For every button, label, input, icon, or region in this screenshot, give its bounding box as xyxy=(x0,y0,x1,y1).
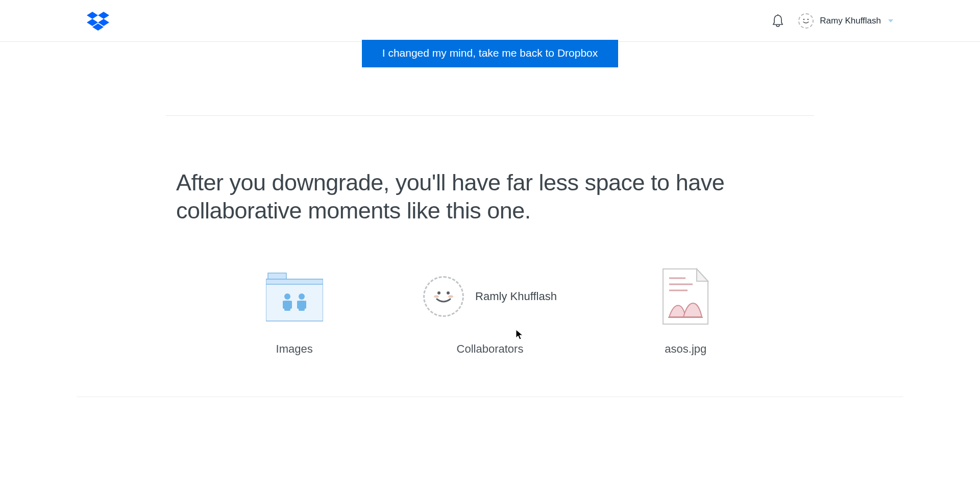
downgrade-headline: After you downgrade, you'll have far les… xyxy=(176,169,804,225)
svg-point-6 xyxy=(803,18,805,20)
image-file-icon xyxy=(662,266,709,327)
back-to-dropbox-button[interactable]: I changed my mind, take me back to Dropb… xyxy=(362,40,619,67)
user-name-label: Ramy Khufflash xyxy=(820,16,881,26)
svg-rect-12 xyxy=(284,301,290,311)
app-header: Ramy Khufflash xyxy=(0,0,980,42)
svg-rect-16 xyxy=(299,301,305,311)
items-row: Images Ramly Khufflash xyxy=(176,266,804,397)
svg-rect-10 xyxy=(266,279,323,284)
svg-point-19 xyxy=(437,291,440,294)
folder-item: Images xyxy=(197,266,392,356)
main-content: I changed my mind, take me back to Dropb… xyxy=(166,42,814,397)
header-right: Ramy Khufflash xyxy=(772,13,893,29)
svg-rect-9 xyxy=(266,279,323,321)
notifications-icon[interactable] xyxy=(772,14,784,28)
svg-marker-1 xyxy=(98,12,109,19)
chevron-down-icon xyxy=(888,19,893,22)
folder-label: Images xyxy=(276,342,313,356)
bottom-divider xyxy=(77,397,903,397)
file-item: asos.jpg xyxy=(588,266,783,356)
svg-point-21 xyxy=(434,295,439,298)
svg-rect-17 xyxy=(297,301,299,309)
svg-marker-0 xyxy=(87,12,98,19)
svg-point-7 xyxy=(807,18,809,20)
collaborator-row: Ramly Khufflash xyxy=(423,276,557,317)
collaborator-name: Ramly Khufflash xyxy=(475,290,557,303)
user-menu[interactable]: Ramy Khufflash xyxy=(798,13,893,29)
collaborator-avatar-icon xyxy=(423,276,464,317)
dropbox-logo[interactable] xyxy=(87,10,109,32)
svg-point-22 xyxy=(448,295,453,298)
cta-row: I changed my mind, take me back to Dropb… xyxy=(166,42,814,116)
svg-point-11 xyxy=(284,293,290,300)
svg-rect-18 xyxy=(304,301,306,309)
collaborators-label: Collaborators xyxy=(457,342,524,356)
collaborators-item: Ramly Khufflash Collaborators xyxy=(392,266,587,356)
svg-rect-14 xyxy=(290,301,292,309)
svg-point-20 xyxy=(447,291,450,294)
avatar-icon xyxy=(798,13,814,29)
file-label: asos.jpg xyxy=(665,342,706,356)
svg-point-15 xyxy=(299,293,305,300)
shared-folder-icon xyxy=(266,266,323,327)
svg-rect-13 xyxy=(283,301,285,309)
